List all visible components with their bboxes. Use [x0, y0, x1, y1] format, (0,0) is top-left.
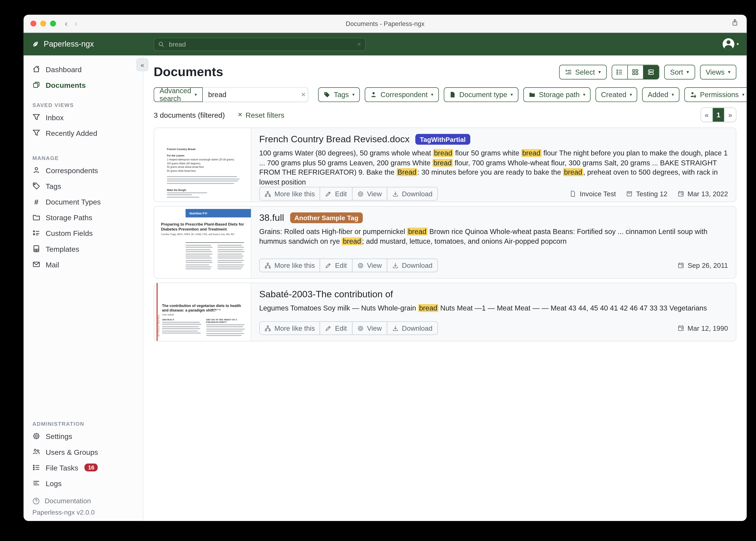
user-menu[interactable]: ▾: [723, 38, 739, 50]
file-icon: [569, 190, 576, 197]
chevron-down-icon: ▾: [583, 92, 585, 97]
download-button[interactable]: Download: [387, 321, 438, 335]
advanced-search-dropdown[interactable]: Advanced search ▾: [154, 87, 203, 102]
edit-button[interactable]: Edit: [320, 259, 352, 272]
sidebar-item-document-types[interactable]: # Document Types: [24, 194, 143, 210]
filter-chip-label: Correspondent: [380, 91, 428, 99]
pagination-page-1-button[interactable]: 1: [712, 108, 724, 122]
sidebar-item-documents[interactable]: Documents: [24, 77, 143, 93]
download-button[interactable]: Download: [387, 187, 438, 201]
button-label: View: [367, 190, 382, 198]
reset-filters-link-label: Reset filters: [246, 111, 284, 119]
thumb-heading: ABSTRACT: [162, 318, 202, 321]
thumb-byline: Joan Sabaté: [162, 313, 174, 316]
view-button[interactable]: View: [352, 321, 387, 335]
filter-storage-path-button[interactable]: Storage path ▾: [523, 87, 591, 102]
sidebar-item-dashboard[interactable]: Dashboard: [24, 61, 143, 77]
sidebar-item-label: Inbox: [46, 113, 64, 121]
sidebar-item-correspondents[interactable]: Correspondents: [24, 163, 143, 178]
filter-icon: [32, 129, 40, 137]
pagination-prev-button[interactable]: «: [701, 108, 712, 122]
pagination-next-button[interactable]: »: [724, 108, 736, 122]
button-label: Edit: [335, 190, 347, 198]
filter-tags-button[interactable]: Tags ▾: [318, 87, 360, 102]
chevron-down-icon: ▾: [195, 92, 197, 97]
more-like-this-button[interactable]: More like this: [259, 259, 320, 272]
document-tag[interactable]: Another Sample Tag: [290, 212, 363, 223]
document-tag[interactable]: TagWithPartial: [415, 134, 470, 145]
sidebar-item-tags[interactable]: Tags: [24, 178, 143, 194]
view-mode-list-button[interactable]: [612, 65, 627, 79]
sidebar-item-mail[interactable]: Mail: [24, 257, 143, 272]
view-button[interactable]: View: [352, 259, 387, 272]
filter-correspondent-button[interactable]: Correspondent ▾: [365, 87, 439, 102]
thumb-doc-title: Preparing to Prescribe Plant-Based Diets…: [161, 222, 246, 232]
view-mode-toggle: [612, 65, 659, 79]
chevron-down-icon: ▾: [630, 92, 632, 97]
filter-chip-label: Permissions: [700, 91, 739, 99]
thumb-line: 1 heaped tablespoon mature sourdough sta…: [167, 158, 240, 161]
filter-query-input[interactable]: [207, 90, 301, 99]
sidebar-item-storage-paths[interactable]: Storage Paths: [24, 210, 143, 225]
eye-icon: [357, 325, 364, 331]
sidebar-collapse-button[interactable]: «: [136, 58, 148, 71]
views-button[interactable]: Views ▾: [700, 65, 736, 79]
button-label: Edit: [335, 324, 347, 332]
document-actions: More like this Edit View: [259, 321, 438, 335]
sidebar-item-users-groups[interactable]: Users & Groups: [24, 444, 143, 460]
share-icon[interactable]: [731, 19, 739, 28]
sidebar-item-settings[interactable]: Settings: [24, 428, 143, 444]
filter-clear-icon[interactable]: ✕: [301, 91, 306, 98]
page-title: Documents: [154, 64, 223, 80]
document-title[interactable]: French Country Bread Revised.docx: [259, 134, 410, 145]
document-card: of Clinical Nutrition The contribution o…: [154, 282, 736, 341]
thumb-heading: For the Leaven: [167, 154, 240, 157]
filter-created-button[interactable]: Created ▾: [596, 87, 638, 102]
view-mode-grid-button[interactable]: [627, 65, 643, 79]
more-like-this-button[interactable]: More like this: [259, 187, 320, 201]
document-correspondent[interactable]: Invoice Test: [569, 190, 616, 198]
document-thumbnail[interactable]: of Clinical Nutrition The contribution o…: [154, 283, 251, 341]
button-label: Download: [402, 190, 432, 198]
filter-chip-label: Added: [648, 91, 668, 99]
sidebar-section-manage: MANAGE: [24, 154, 143, 163]
app-header: Paperless-ngx ✕ ▾: [24, 33, 747, 55]
select-button[interactable]: Select ▾: [559, 65, 607, 79]
screen: ‹ › Documents - Paperless-ngx Paperless-…: [0, 0, 756, 541]
download-button[interactable]: Download: [387, 259, 438, 272]
view-button[interactable]: View: [352, 187, 387, 201]
global-search-input[interactable]: [168, 40, 357, 48]
app-brand-label: Paperless-ngx: [44, 40, 94, 49]
document-thumbnail[interactable]: French Country Bread For the Leaven 1 he…: [154, 128, 251, 202]
more-like-this-button[interactable]: More like this: [259, 321, 320, 335]
view-mode-detail-button[interactable]: [643, 65, 659, 79]
document-title[interactable]: 38.full: [259, 212, 284, 223]
document-thumbnail[interactable]: Nutrition FYI Preparing to Prescribe Pla…: [154, 207, 251, 278]
filter-icon: [32, 113, 40, 121]
pencil-icon: [325, 191, 332, 197]
sidebar-item-documentation[interactable]: Documentation: [24, 495, 143, 507]
chevron-down-icon: ▾: [728, 70, 730, 74]
thumb-line: 50 grams whole wheat bread flour: [167, 165, 240, 168]
app-brand[interactable]: Paperless-ngx: [31, 40, 94, 49]
sidebar-item-file-tasks[interactable]: File Tasks 16: [24, 460, 143, 475]
document-storage-path[interactable]: Testing 12: [626, 190, 667, 198]
sidebar-item-logs[interactable]: Logs: [24, 475, 143, 491]
sort-button[interactable]: Sort ▾: [664, 65, 695, 79]
reset-filters-link[interactable]: ✕ Reset filters: [238, 111, 285, 119]
filter-document-type-button[interactable]: Document type ▾: [444, 87, 518, 102]
edit-button[interactable]: Edit: [320, 321, 352, 335]
edit-button[interactable]: Edit: [320, 187, 352, 201]
sidebar-item-templates[interactable]: Templates: [24, 241, 143, 257]
calendar-icon: [677, 262, 684, 269]
meta-label: Mar 12, 1990: [687, 324, 728, 332]
x-icon: ✕: [238, 111, 243, 118]
filter-permissions-button[interactable]: Permissions ▾: [684, 87, 747, 102]
document-title[interactable]: Sabaté-2003-The contribution of: [259, 289, 393, 299]
custom-fields-icon: [32, 229, 40, 237]
sidebar-item-recently-added[interactable]: Recently Added: [24, 125, 143, 141]
sidebar-item-custom-fields[interactable]: Custom Fields: [24, 225, 143, 241]
search-clear-icon[interactable]: ✕: [357, 41, 361, 48]
filter-added-button[interactable]: Added ▾: [642, 87, 679, 102]
sidebar-item-inbox[interactable]: Inbox: [24, 110, 143, 125]
